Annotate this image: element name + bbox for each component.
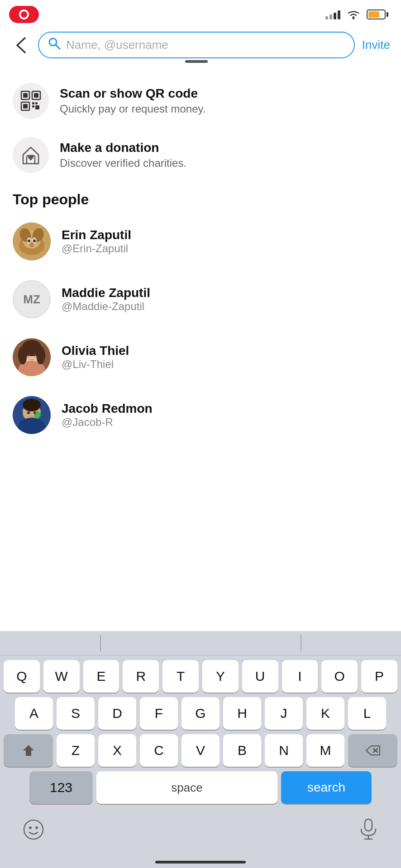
list-item[interactable]: Erin Zaputil @Erin-Zaputil [13, 212, 388, 270]
list-item[interactable]: MZ Maddie Zaputil @Maddie-Zaputil [13, 270, 388, 328]
svg-rect-11 [32, 105, 34, 108]
svg-marker-40 [23, 745, 34, 756]
key-h[interactable]: H [223, 697, 261, 730]
key-u[interactable]: U [242, 660, 278, 693]
search-input[interactable] [66, 38, 345, 52]
key-i[interactable]: I [282, 660, 318, 693]
cursor-indicator [185, 60, 208, 63]
key-b[interactable]: B [223, 734, 261, 767]
key-e[interactable]: E [83, 660, 119, 693]
qr-subtitle: Quickly pay or request money. [60, 103, 205, 115]
key-f[interactable]: F [140, 697, 178, 730]
key-r[interactable]: R [123, 660, 159, 693]
person-name: Maddie Zaputil [62, 286, 150, 300]
search-box[interactable] [38, 32, 355, 58]
key-o[interactable]: O [321, 660, 358, 693]
key-g[interactable]: G [181, 697, 220, 730]
person-username: @Liv-Thiel [62, 358, 129, 371]
svg-point-30 [33, 354, 36, 356]
key-k[interactable]: K [306, 697, 344, 730]
keyboard-rows: Q W E R T Y U I O P A S D F G H J K L [0, 656, 401, 812]
svg-rect-9 [32, 102, 34, 104]
home-indicator [155, 861, 246, 863]
key-j[interactable]: J [265, 697, 303, 730]
key-t[interactable]: T [162, 660, 199, 693]
key-p[interactable]: P [361, 660, 397, 693]
list-item[interactable]: Olivia Thiel @Liv-Thiel [13, 328, 388, 386]
avatar: MZ [13, 280, 51, 318]
svg-point-0 [353, 17, 355, 19]
svg-point-27 [18, 346, 27, 364]
svg-point-31 [26, 357, 30, 359]
emoji-button[interactable] [23, 819, 44, 845]
key-row-2: A S D F G H J K L [4, 697, 397, 730]
svg-point-32 [33, 357, 38, 359]
key-q[interactable]: Q [4, 660, 40, 693]
record-dot [19, 9, 29, 19]
top-people-heading: Top people [13, 191, 388, 208]
svg-point-21 [33, 240, 36, 242]
key-x[interactable]: X [98, 734, 136, 767]
key-z[interactable]: Z [57, 734, 95, 767]
status-icons [325, 9, 388, 19]
donation-item[interactable]: Make a donation Discover verified charit… [13, 128, 388, 182]
qr-code-item[interactable]: Scan or show QR code Quickly pay or requ… [13, 74, 388, 128]
back-button[interactable] [11, 35, 31, 55]
search-key[interactable]: search [281, 771, 372, 804]
suggestion-bar [0, 631, 401, 656]
shift-key[interactable] [4, 734, 53, 767]
svg-point-29 [27, 354, 30, 356]
wifi-icon [347, 9, 360, 19]
record-indicator [9, 6, 39, 23]
key-l[interactable]: L [348, 697, 386, 730]
svg-point-36 [23, 399, 41, 411]
space-key[interactable]: space [96, 771, 277, 804]
key-w[interactable]: W [43, 660, 80, 693]
person-info: Jacob Redmon @Jacob-R [62, 401, 153, 429]
svg-point-20 [28, 240, 30, 242]
avatar [13, 222, 51, 260]
list-item[interactable]: Jacob Redmon @Jacob-R [13, 386, 388, 444]
key-s[interactable]: S [57, 697, 95, 730]
divider [301, 635, 301, 651]
person-info: Olivia Thiel @Liv-Thiel [62, 344, 129, 371]
key-v[interactable]: V [181, 734, 220, 767]
numbers-key[interactable]: 123 [29, 771, 93, 804]
invite-button[interactable]: Invite [362, 38, 390, 52]
signal-bars-icon [325, 9, 340, 19]
keyboard: Q W E R T Y U I O P A S D F G H J K L [0, 631, 401, 868]
key-c[interactable]: C [140, 734, 178, 767]
key-m[interactable]: M [306, 734, 344, 767]
qr-text: Scan or show QR code Quickly pay or requ… [60, 86, 205, 115]
person-name: Erin Zaputil [62, 228, 131, 242]
person-username: @Maddie-Zaputil [62, 300, 150, 313]
qr-title: Scan or show QR code [60, 86, 205, 101]
key-d[interactable]: D [98, 697, 136, 730]
svg-point-45 [35, 826, 38, 829]
avatar [13, 338, 51, 376]
person-username: @Erin-Zaputil [62, 242, 131, 255]
backspace-key[interactable] [348, 734, 397, 767]
donation-icon [13, 137, 49, 173]
svg-rect-4 [23, 93, 28, 98]
svg-rect-46 [365, 819, 372, 831]
svg-rect-6 [34, 93, 38, 98]
key-n[interactable]: N [265, 734, 303, 767]
donation-title: Make a donation [60, 141, 186, 155]
qr-icon [13, 83, 49, 119]
svg-point-39 [34, 411, 41, 419]
key-y[interactable]: Y [202, 660, 239, 693]
donation-subtitle: Discover verified charities. [60, 157, 186, 170]
svg-line-2 [56, 45, 60, 49]
bottom-bar [0, 812, 401, 868]
battery-icon [367, 9, 388, 19]
person-info: Maddie Zaputil @Maddie-Zaputil [62, 286, 150, 313]
svg-rect-8 [23, 104, 28, 108]
microphone-button[interactable] [358, 818, 378, 845]
person-name: Olivia Thiel [62, 344, 129, 358]
svg-point-44 [29, 826, 32, 829]
svg-rect-12 [35, 105, 39, 109]
svg-rect-10 [35, 102, 38, 104]
key-a[interactable]: A [15, 697, 53, 730]
svg-point-43 [24, 820, 43, 839]
